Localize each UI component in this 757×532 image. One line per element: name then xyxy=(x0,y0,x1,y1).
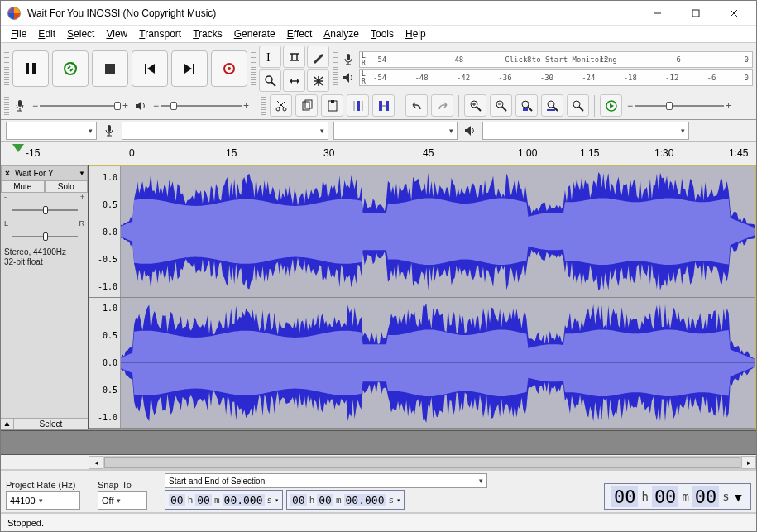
track-name[interactable]: Wait For Y xyxy=(13,169,77,178)
svg-rect-24 xyxy=(347,54,350,60)
scroll-left-button[interactable]: ◂ xyxy=(89,456,103,469)
meter-tick: 0 xyxy=(745,74,749,82)
zoom-out-button[interactable] xyxy=(490,94,512,117)
speaker-icon xyxy=(133,98,148,113)
track-select-button[interactable]: Select xyxy=(14,419,88,429)
maximize-button[interactable] xyxy=(677,1,715,26)
snap-to-combo[interactable]: Off▾ xyxy=(98,491,147,510)
track-menu-button[interactable]: ▼ xyxy=(77,170,87,177)
playback-device-combo[interactable]: ▾ xyxy=(482,122,689,140)
minimize-button[interactable] xyxy=(639,1,677,26)
cut-button[interactable] xyxy=(270,94,292,117)
play-at-speed-button[interactable] xyxy=(600,94,622,117)
silence-button[interactable] xyxy=(372,94,395,117)
menu-file[interactable]: File xyxy=(6,26,31,41)
undo-button[interactable] xyxy=(405,94,428,117)
playback-speed-slider[interactable]: − + xyxy=(625,98,733,113)
meter-tick: -30 xyxy=(540,74,553,82)
timeline-label: 15 xyxy=(226,147,237,159)
fit-project-button[interactable] xyxy=(541,94,563,117)
svg-point-13 xyxy=(228,67,231,70)
zoom-toggle-button[interactable] xyxy=(567,94,589,117)
recording-volume-slider[interactable]: − + xyxy=(31,98,130,113)
menu-edit[interactable]: Edit xyxy=(33,26,60,41)
recording-device-combo[interactable]: ▾ xyxy=(122,122,328,140)
skip-end-button[interactable] xyxy=(171,50,208,87)
fit-selection-button[interactable] xyxy=(515,94,538,117)
paste-button[interactable] xyxy=(321,94,343,117)
menu-analyze[interactable]: Analyze xyxy=(319,26,364,41)
toolbar-grip[interactable] xyxy=(333,52,338,85)
device-toolbar: ▾ ▾ ▾ ▾ xyxy=(1,120,756,142)
selection-end-time[interactable]: 00h 00m 00.000s▾ xyxy=(286,490,405,510)
selection-mode-combo[interactable]: Start and End of Selection▾ xyxy=(165,473,487,488)
menu-tools[interactable]: Tools xyxy=(366,26,399,41)
svg-marker-19 xyxy=(297,79,299,84)
slider-minus: − xyxy=(151,100,161,112)
svg-point-29 xyxy=(283,108,286,111)
toolbar-grip[interactable] xyxy=(4,52,9,85)
zoom-tool[interactable] xyxy=(259,69,281,92)
track-close-button[interactable]: × xyxy=(2,169,13,178)
svg-marker-11 xyxy=(184,64,192,74)
envelope-tool[interactable] xyxy=(283,46,305,68)
pause-button[interactable] xyxy=(12,50,49,87)
audio-host-combo[interactable]: ▾ xyxy=(6,122,97,140)
scroll-track[interactable] xyxy=(103,456,741,469)
toolbar-grip[interactable] xyxy=(261,97,266,115)
menu-transport[interactable]: Transport xyxy=(134,26,186,41)
empty-track-space[interactable] xyxy=(1,430,756,455)
slider-plus: + xyxy=(242,100,251,112)
menu-effect[interactable]: Effect xyxy=(282,26,317,41)
playback-volume-slider[interactable]: − + xyxy=(151,98,251,113)
timeshift-tool[interactable] xyxy=(283,69,305,92)
waveform-area[interactable]: 1.0 0.5 0.0 -0.5 -1.0 1.0 0.5 0.0 -0.5 -… xyxy=(89,165,756,429)
audio-position-time[interactable]: 00h 00m 00s▾ xyxy=(604,483,751,510)
svg-point-55 xyxy=(573,101,580,108)
timeline-ruler[interactable]: -1501530451:001:151:301:45 xyxy=(1,142,756,165)
scroll-thumb[interactable] xyxy=(104,457,740,468)
gain-slider[interactable] xyxy=(1,204,88,217)
skip-start-button[interactable] xyxy=(132,50,168,87)
meter-tick: -48 xyxy=(450,55,463,64)
menu-select[interactable]: Select xyxy=(62,26,99,41)
toolbar-grip[interactable] xyxy=(4,97,9,115)
track-collapse-button[interactable]: ▲ xyxy=(1,419,14,429)
playback-meter[interactable]: LR -54 -48 -42 -36 -30 -24 -18 -12 -6 0 xyxy=(359,69,753,86)
menu-help[interactable]: Help xyxy=(400,26,431,41)
scroll-right-button[interactable]: ▸ xyxy=(741,456,756,469)
selection-toolbar: Project Rate (Hz) 44100▾ Snap-To Off▾ St… xyxy=(1,470,756,513)
mic-icon xyxy=(102,123,117,138)
meter-lr-label: LR xyxy=(362,52,366,67)
play-button[interactable] xyxy=(52,50,89,87)
menu-tracks[interactable]: Tracks xyxy=(188,26,228,41)
svg-rect-36 xyxy=(357,101,360,111)
waveform-left[interactable] xyxy=(121,166,755,297)
waveform-right[interactable] xyxy=(121,298,755,429)
menu-view[interactable]: View xyxy=(101,26,132,41)
recording-meter[interactable]: LR -54 -48 Click to Start Monitoring 8 -… xyxy=(359,51,753,68)
svg-marker-60 xyxy=(465,126,471,136)
svg-marker-58 xyxy=(610,103,614,108)
project-rate-combo[interactable]: 44100▾ xyxy=(6,491,80,510)
close-button[interactable] xyxy=(715,1,753,26)
solo-button[interactable]: Solo xyxy=(45,180,89,193)
draw-tool[interactable] xyxy=(307,46,329,68)
svg-rect-40 xyxy=(386,101,389,111)
recording-channels-combo[interactable]: ▾ xyxy=(333,122,458,140)
multi-tool[interactable] xyxy=(307,69,329,92)
selection-tool[interactable]: I xyxy=(259,46,281,68)
pan-slider[interactable] xyxy=(1,230,88,243)
copy-button[interactable] xyxy=(295,94,318,117)
stop-button[interactable] xyxy=(92,50,128,87)
horizontal-scrollbar[interactable]: ◂ ▸ xyxy=(1,455,756,470)
menu-generate[interactable]: Generate xyxy=(229,26,280,41)
mute-button[interactable]: Mute xyxy=(1,180,45,193)
selection-start-time[interactable]: 00h 00m 00.000s▾ xyxy=(165,490,283,510)
timeline-label: 0 xyxy=(129,147,135,159)
trim-button[interactable] xyxy=(347,94,369,117)
redo-button[interactable] xyxy=(431,94,453,117)
zoom-in-button[interactable] xyxy=(464,94,486,117)
toolbar-grip[interactable] xyxy=(251,52,256,85)
record-button[interactable] xyxy=(211,50,247,87)
